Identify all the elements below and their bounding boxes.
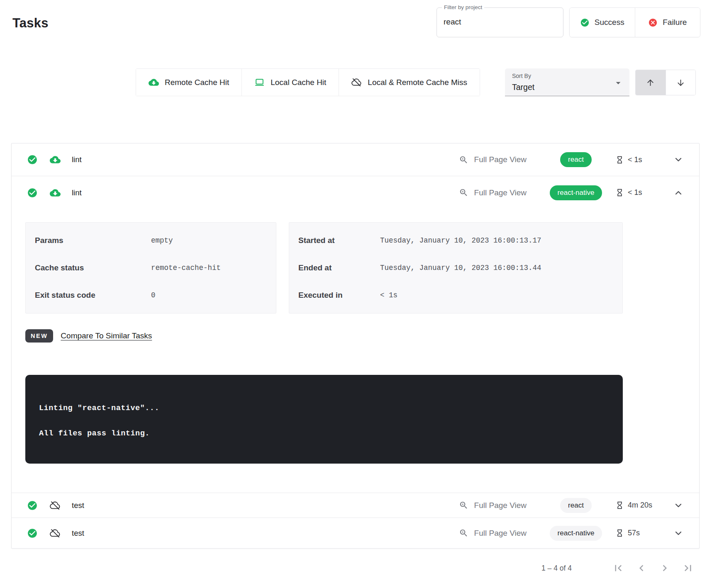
exit-status-code-label: Exit status code: [35, 291, 151, 300]
laptop-icon: [254, 77, 265, 87]
failure-filter-label: Failure: [663, 18, 687, 27]
cancel-circle-icon: [648, 18, 658, 27]
zoom-in-icon: [459, 528, 468, 538]
full-page-view-link[interactable]: Full Page View: [459, 188, 527, 197]
cloud-download-icon: [149, 77, 159, 87]
local-cache-hit-filter-button[interactable]: Local Cache Hit: [241, 69, 339, 96]
task-duration: < 1s: [615, 188, 670, 197]
arrow-up-icon: [646, 78, 655, 87]
sort-by-select[interactable]: Sort By Target: [505, 68, 629, 96]
params-label: Params: [35, 236, 151, 245]
zoom-in-icon: [459, 155, 468, 165]
full-page-view-label: Full Page View: [474, 529, 527, 538]
ended-at-value: Tuesday, January 10, 2023 16:00:13.44: [380, 264, 541, 272]
project-chip[interactable]: react: [560, 152, 592, 167]
terminal-line: All files pass linting.: [39, 429, 623, 438]
project-chip[interactable]: react-native: [550, 526, 602, 541]
task-params-panel: Params empty Cache status remote-cache-h…: [25, 222, 276, 313]
cloud-download-icon: [50, 187, 61, 198]
failure-filter-button[interactable]: Failure: [635, 8, 700, 37]
sort-ascending-button[interactable]: [636, 70, 666, 95]
full-page-view-link[interactable]: Full Page View: [459, 528, 527, 538]
cloud-off-icon: [50, 528, 61, 539]
sort-direction-toggle: [635, 70, 696, 95]
cloud-download-icon: [50, 154, 61, 165]
task-timing-panel: Started at Tuesday, January 10, 2023 16:…: [289, 222, 623, 313]
chevron-down-icon[interactable]: [670, 155, 687, 165]
success-filter-label: Success: [595, 18, 624, 27]
task-row-lint-react[interactable]: lint Full Page View react < 1s: [12, 143, 699, 176]
task-list-card: lint Full Page View react < 1s lint: [11, 143, 700, 549]
success-status-icon: [27, 187, 38, 198]
sort-by-value: Target: [512, 83, 534, 92]
chevron-down-icon[interactable]: [670, 528, 687, 538]
task-name: lint: [72, 188, 82, 197]
remote-cache-hit-filter-button[interactable]: Remote Cache Hit: [136, 69, 241, 96]
task-detail-section: Params empty Cache status remote-cache-h…: [12, 209, 699, 493]
sort-descending-button[interactable]: [666, 70, 696, 95]
started-at-label: Started at: [298, 236, 380, 245]
cloud-off-icon: [351, 77, 362, 87]
task-duration: 57s: [615, 529, 670, 537]
project-filter-field[interactable]: Filter by project: [436, 7, 563, 37]
full-page-view-label: Full Page View: [474, 155, 527, 164]
sort-by-label: Sort By: [512, 73, 531, 79]
project-filter-input[interactable]: [444, 8, 556, 36]
pagination-range: 1 – 4 of 4: [541, 564, 572, 573]
arrow-down-icon: [676, 78, 685, 87]
terminal-output: Linting "react-native"... All files pass…: [25, 375, 623, 464]
dropdown-caret-icon: [613, 78, 624, 88]
params-value: empty: [151, 236, 173, 245]
first-page-icon: [612, 562, 624, 574]
new-badge: NEW: [25, 329, 53, 343]
project-chip[interactable]: react-native: [550, 185, 602, 200]
previous-page-button[interactable]: [635, 562, 648, 574]
hourglass-icon: [615, 529, 624, 537]
chevron-left-icon: [635, 562, 648, 574]
cache-status-value: remote-cache-hit: [151, 264, 221, 272]
hourglass-icon: [615, 501, 624, 510]
hourglass-icon: [615, 156, 624, 164]
task-row-test-react[interactable]: test Full Page View react 4m 20s: [12, 493, 699, 518]
zoom-in-icon: [459, 501, 468, 510]
task-duration: 4m 20s: [615, 501, 670, 510]
task-row-test-react-native[interactable]: test Full Page View react-native 57s: [12, 518, 699, 548]
exit-status-code-value: 0: [151, 291, 156, 299]
zoom-in-icon: [459, 188, 468, 197]
cache-filter-bar: Remote Cache Hit Local Cache Hit Local &…: [136, 68, 480, 96]
full-page-view-link[interactable]: Full Page View: [459, 501, 527, 510]
remote-cache-hit-label: Remote Cache Hit: [165, 78, 229, 87]
last-page-icon: [682, 562, 694, 574]
chevron-up-icon[interactable]: [670, 188, 687, 198]
cache-status-label: Cache status: [35, 263, 151, 272]
project-chip[interactable]: react: [560, 498, 592, 513]
cache-miss-label: Local & Remote Cache Miss: [368, 78, 467, 87]
chevron-right-icon: [658, 562, 671, 574]
cache-miss-filter-button[interactable]: Local & Remote Cache Miss: [339, 69, 480, 96]
first-page-button[interactable]: [612, 562, 624, 574]
success-status-icon: [27, 500, 38, 511]
compare-to-similar-tasks-link[interactable]: Compare To Similar Tasks: [61, 331, 152, 340]
next-page-button[interactable]: [658, 562, 671, 574]
full-page-view-label: Full Page View: [474, 501, 527, 510]
page-title: Tasks: [12, 16, 49, 31]
task-name: test: [72, 529, 84, 538]
last-page-button[interactable]: [682, 562, 694, 574]
started-at-value: Tuesday, January 10, 2023 16:00:13.17: [380, 236, 541, 245]
task-row-lint-react-native[interactable]: lint Full Page View react-native < 1s: [12, 176, 699, 209]
executed-in-value: < 1s: [380, 291, 397, 299]
pagination: 1 – 4 of 4: [541, 556, 700, 580]
full-page-view-label: Full Page View: [474, 188, 527, 197]
chevron-down-icon[interactable]: [670, 501, 687, 510]
cloud-off-icon: [50, 500, 61, 511]
task-name: lint: [72, 155, 82, 164]
success-status-icon: [27, 154, 38, 165]
ended-at-label: Ended at: [298, 263, 380, 272]
hourglass-icon: [615, 188, 624, 197]
executed-in-label: Executed in: [298, 291, 380, 300]
status-filter-group: Success Failure: [569, 7, 700, 37]
check-circle-icon: [580, 18, 590, 27]
success-filter-button[interactable]: Success: [570, 8, 635, 37]
success-status-icon: [27, 528, 38, 539]
full-page-view-link[interactable]: Full Page View: [459, 155, 527, 165]
